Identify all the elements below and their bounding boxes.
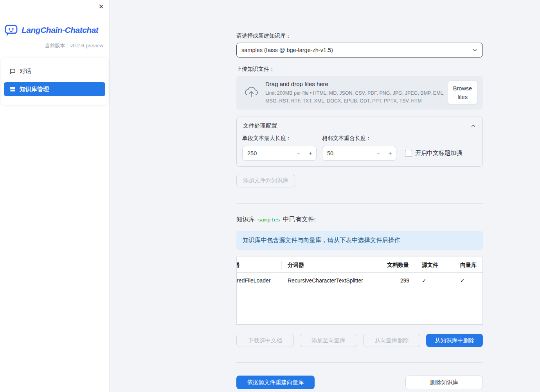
kb-selectbox[interactable]: samples (faiss @ bge-large-zh-v1.5) xyxy=(236,43,483,58)
app-logo: LangChain-Chatchat xyxy=(5,24,109,36)
rebuild-vectorstore-button[interactable]: 依据源文件重建向量库 xyxy=(236,376,315,389)
delete-from-vectorstore-button[interactable]: 从向量库删除 xyxy=(363,334,421,347)
chevron-up-icon xyxy=(470,123,476,129)
kb-select-label: 请选择或新建知识库： xyxy=(236,32,483,40)
delete-from-kb-button[interactable]: 从知识库中删除 xyxy=(426,334,483,347)
file-config-expander: 文件处理配置 单段文本最大长度： 250 − + 相邻文本重合长度： 50 xyxy=(236,117,483,167)
overlap-length-group: 相邻文本重合长度： 50 − + xyxy=(322,135,396,161)
kb-files-table: 器 分词器 文档数量 源文件 向量库 redFileLoader Recursi… xyxy=(236,257,483,325)
app-logo-text: LangChain-Chatchat xyxy=(22,25,98,35)
table-header-row: 器 分词器 文档数量 源文件 向量库 xyxy=(237,257,482,273)
cell-doc-count: 299 xyxy=(372,277,413,284)
column-header-doc-count[interactable]: 文档数量 xyxy=(372,261,413,269)
cell-splitter: RecursiveCharacterTextSplitter xyxy=(282,277,372,284)
info-banner: 知识库中包含源文件与向量库，请从下表中选择文件后操作 xyxy=(236,231,483,250)
kb-selected-value: samples (faiss @ bge-large-zh-v1.5) xyxy=(241,47,333,53)
download-selected-button[interactable]: 下载选中文档 xyxy=(236,334,294,347)
existing-files-line: 知识库 samples 中已有文件: xyxy=(236,216,483,224)
increment-button[interactable]: + xyxy=(384,150,396,157)
kb-name-code: samples xyxy=(258,217,280,223)
table-action-buttons: 下载选中文档 添加至向量库 从向量库删除 从知识库中删除 xyxy=(236,334,483,347)
chat-icon xyxy=(9,68,16,74)
cell-source-file-check: ✓ xyxy=(413,277,452,284)
kb-management-buttons: 依据源文件重建向量库 删除知识库 xyxy=(236,376,483,389)
chevron-down-icon xyxy=(472,47,478,53)
file-dropzone[interactable]: Drag and drop files here Limit 200MB per… xyxy=(236,76,483,110)
sidebar-item-label: 对话 xyxy=(20,68,31,75)
delete-kb-button[interactable]: 删除知识库 xyxy=(405,376,483,389)
max-length-value[interactable]: 250 xyxy=(243,150,293,156)
cell-loader: redFileLoader xyxy=(237,277,282,284)
dropzone-limit-text: Limit 200MB per file • HTML, MD, JSON, C… xyxy=(265,90,445,105)
decrement-button[interactable]: − xyxy=(373,150,384,157)
expander-body: 单段文本最大长度： 250 − + 相邻文本重合长度： 50 − + 开启中文标… xyxy=(237,134,482,166)
sidebar-item-dialogue[interactable]: 对话 xyxy=(4,64,105,78)
column-header-vectorstore[interactable]: 向量库 xyxy=(452,261,482,269)
browse-files-button[interactable]: Browse files xyxy=(448,81,477,105)
cloud-upload-icon xyxy=(243,86,259,99)
cell-vectorstore-check: ✓ xyxy=(452,277,482,284)
dropzone-text: Drag and drop files here Limit 200MB per… xyxy=(265,81,448,105)
add-files-to-kb-button[interactable]: 添加文件到知识库 xyxy=(236,174,295,187)
add-to-vectorstore-button[interactable]: 添加至向量库 xyxy=(300,334,357,347)
divider xyxy=(236,362,483,363)
expander-header[interactable]: 文件处理配置 xyxy=(237,117,482,134)
existing-prefix: 知识库 xyxy=(236,216,255,224)
increment-button[interactable]: + xyxy=(304,150,316,157)
max-length-label: 单段文本最大长度： xyxy=(242,135,317,142)
table-row[interactable]: redFileLoader RecursiveCharacterTextSpli… xyxy=(237,273,482,288)
zh-title-enhance: 开启中文标题加强 xyxy=(405,149,462,157)
dropzone-title: Drag and drop files here xyxy=(265,81,448,87)
column-header-source-file[interactable]: 源文件 xyxy=(413,261,452,269)
chatchat-logo-icon xyxy=(5,24,19,36)
column-header-loader[interactable]: 器 xyxy=(237,261,282,269)
zh-title-enhance-checkbox[interactable] xyxy=(405,150,412,157)
decrement-button[interactable]: − xyxy=(293,150,304,157)
overlap-length-label: 相邻文本重合长度： xyxy=(322,135,396,142)
sidebar: × LangChain-Chatchat 当前版本：v0.2.6-preview… xyxy=(0,0,110,392)
max-length-group: 单段文本最大长度： 250 − + xyxy=(242,135,317,161)
stack-icon xyxy=(9,86,16,92)
sidebar-menu: 对话 知识库管理 xyxy=(1,58,108,105)
upload-label: 上传知识文件： xyxy=(236,66,483,73)
existing-suffix: 中已有文件: xyxy=(283,216,316,224)
overlap-length-input[interactable]: 50 − + xyxy=(322,146,396,161)
sidebar-close-icon[interactable]: × xyxy=(99,2,104,12)
max-length-input[interactable]: 250 − + xyxy=(242,146,317,161)
expander-title: 文件处理配置 xyxy=(243,122,277,129)
column-header-splitter[interactable]: 分词器 xyxy=(282,261,372,269)
sidebar-item-label: 知识库管理 xyxy=(20,86,49,93)
divider xyxy=(236,203,483,204)
version-text: 当前版本：v0.2.6-preview xyxy=(0,42,109,49)
overlap-length-value[interactable]: 50 xyxy=(322,150,373,156)
zh-title-enhance-label: 开启中文标题加强 xyxy=(415,149,462,157)
main-content: 请选择或新建知识库： samples (faiss @ bge-large-zh… xyxy=(236,0,483,389)
sidebar-item-knowledge-base[interactable]: 知识库管理 xyxy=(4,82,105,96)
